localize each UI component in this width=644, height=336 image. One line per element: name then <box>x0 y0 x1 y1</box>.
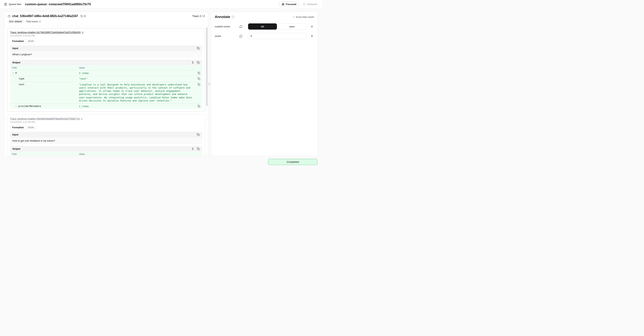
env-badge: Env: default <box>8 20 24 24</box>
score-label: custom-score <box>215 25 239 28</box>
tree-leaf: type <box>10 76 77 82</box>
input-label: Input <box>12 47 18 50</box>
delete-score-icon[interactable]: ✕ <box>310 35 314 38</box>
trace-timestamp: 11/12/2025, 3:12:36 PM <box>10 121 202 123</box>
copy-icon[interactable] <box>196 47 200 50</box>
trace-link[interactable]: Trace: langfuse-chatbot (9d0a6f2e6de8670… <box>10 117 83 120</box>
expand-all-icon[interactable] <box>191 147 194 151</box>
comment-icon[interactable] <box>239 34 243 38</box>
check-icon: ✓ <box>293 16 295 18</box>
item-title: chat_536ed067-b86e-4eb8-882b-ba27148a234… <box>12 15 78 18</box>
save-status-text: Score data saved <box>296 16 314 18</box>
id-label: ID <box>84 15 86 18</box>
score-label: score <box>215 35 239 38</box>
queue-item-icon <box>4 3 7 6</box>
expand-all-icon[interactable] <box>191 61 194 64</box>
copy-icon[interactable] <box>196 61 200 64</box>
top-bar-left: Queue item custom-queue: cmiacwel70041ad… <box>4 3 91 6</box>
top-bar: Queue item custom-queue: cmiacwel70041ad… <box>0 0 322 9</box>
tab-formatted[interactable]: Formatted <box>10 126 26 130</box>
trace-counter: Trace 2 / 2 <box>192 15 205 18</box>
table-row: 0 3 items <box>10 70 202 76</box>
column-header-path: Path <box>10 152 77 156</box>
external-link-icon: ↗ <box>82 31 84 34</box>
detailed-label: Detailed <box>307 3 317 6</box>
output-block: Output Path Value <box>10 146 202 156</box>
row-value: "text" <box>77 76 196 82</box>
target-icon <box>282 3 284 6</box>
annotate-title: Annotate <box>215 15 230 19</box>
trace-link-text: Trace: langfuse-chatbot (d174b1589072e43… <box>10 31 81 34</box>
focused-label: Focused <box>286 3 296 6</box>
column-header-value: Value <box>77 65 196 70</box>
input-text: What's Langfuse? <box>10 51 202 58</box>
score-option-fail[interactable]: fail <box>248 24 277 30</box>
format-tabs: Formatted JSON <box>10 125 36 130</box>
layout-icon <box>303 3 306 6</box>
copy-id-button[interactable]: ID <box>80 15 87 18</box>
scrollbar-thumb[interactable] <box>206 27 208 106</box>
output-block: Output Path Value <box>10 60 202 109</box>
completed-button[interactable]: Completed <box>268 159 318 165</box>
total-traces: Total traces: 2 <box>26 20 40 23</box>
output-json-table: Path Value 0 3 items <box>10 65 202 109</box>
input-block: Input How to get user feedback in my tra… <box>10 132 202 144</box>
chevron-right-icon <box>15 105 17 107</box>
copy-icon[interactable] <box>197 83 200 104</box>
top-bar-right: Focused Detailed <box>279 2 318 7</box>
trace-link[interactable]: Trace: langfuse-chatbot (d174b1589072e43… <box>10 31 84 34</box>
score-option-group: fail pass <box>248 24 306 30</box>
tree-node-collapsed[interactable]: providerMetadata <box>10 104 77 109</box>
comment-icon[interactable] <box>239 25 243 29</box>
delete-score-icon[interactable]: ✕ <box>310 25 314 28</box>
trace-card: Trace: langfuse-chatbot (9d0a6f2e6de8670… <box>7 114 205 156</box>
chevron-down-icon <box>12 72 14 74</box>
score-option-pass[interactable]: pass <box>278 24 307 30</box>
annotate-panel: Annotate ✓ Score data saved custom-score… <box>211 12 318 156</box>
trace-timestamp: 11/12/2025, 3:12:32 PM <box>10 35 202 37</box>
score-row-custom-score: custom-score fail pass ✕ <box>215 24 314 30</box>
input-block: Input What's Langfuse? <box>10 45 202 58</box>
tab-json[interactable]: JSON <box>26 126 36 130</box>
tab-json[interactable]: JSON <box>26 39 36 43</box>
column-header-value: Value <box>77 152 196 156</box>
output-label: Output <box>12 147 20 150</box>
info-icon[interactable] <box>232 16 234 18</box>
copy-icon[interactable] <box>197 71 200 76</box>
row-value: 1 items <box>77 104 196 109</box>
focused-toggle[interactable]: Focused <box>279 2 299 7</box>
tree-leaf: text <box>10 82 77 104</box>
output-json-table: Path Value 0 3 items <box>10 152 202 156</box>
traces-scroll-area[interactable]: Trace: langfuse-chatbot (d174b1589072e43… <box>4 26 208 156</box>
copy-icon[interactable] <box>197 77 200 82</box>
clock-icon <box>8 15 10 18</box>
copy-icon[interactable] <box>196 147 200 151</box>
main-content: chat_536ed067-b86e-4eb8-882b-ba27148a234… <box>0 9 322 156</box>
format-tabs: Formatted JSON <box>10 39 36 44</box>
detailed-toggle[interactable]: Detailed <box>302 2 318 7</box>
page-title: custom-queue: cmiacwel70041ad060s7tlr75 <box>25 3 91 6</box>
tab-formatted[interactable]: Formatted <box>10 39 26 43</box>
copy-icon[interactable] <box>197 105 200 109</box>
row-value: "Langfuse is a tool designed to help bus… <box>77 82 196 104</box>
page-footer: Completed <box>0 156 322 165</box>
trace-card: Trace: langfuse-chatbot (d174b1589072e43… <box>7 28 205 111</box>
tree-node-expanded[interactable]: 0 <box>10 70 77 76</box>
table-row: text "Langfuse is a tool designed to hel… <box>10 82 202 104</box>
table-row: type "text" <box>10 76 202 82</box>
trace-link-text: Trace: langfuse-chatbot (9d0a6f2e6de8670… <box>10 117 80 120</box>
queue-item-panel: chat_536ed067-b86e-4eb8-882b-ba27148a234… <box>4 12 208 156</box>
table-row: providerMetadata 1 items <box>10 104 202 109</box>
save-status: ✓ Score data saved <box>293 16 314 18</box>
column-header-path: Path <box>10 65 77 70</box>
queue-item-label: Queue item <box>9 3 21 6</box>
score-value-input[interactable] <box>248 33 306 39</box>
panel-resize-handle[interactable] <box>208 81 210 86</box>
copy-icon[interactable] <box>196 133 200 136</box>
input-label: Input <box>12 133 18 136</box>
output-label: Output <box>12 61 20 64</box>
external-link-icon: ↗ <box>81 117 83 120</box>
input-text: How to get user feedback in my traces? <box>10 137 202 144</box>
item-header: chat_536ed067-b86e-4eb8-882b-ba27148a234… <box>4 12 208 26</box>
score-row-score: score ✕ <box>215 33 314 39</box>
